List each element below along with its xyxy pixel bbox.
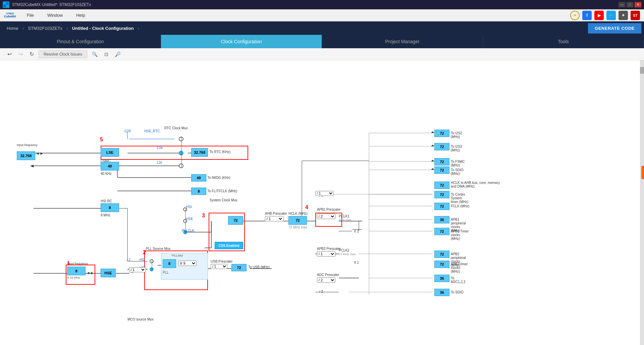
fclk-value: 72 bbox=[434, 203, 449, 210]
lse-box[interactable]: LSE bbox=[101, 148, 119, 157]
home-nav[interactable]: Home bbox=[3, 23, 22, 33]
svg-marker-28 bbox=[431, 131, 434, 133]
to-sdio-top-label: To SDIO (MHz) bbox=[451, 168, 470, 176]
scrollbar-right[interactable] bbox=[640, 60, 644, 345]
sysclk-value[interactable]: 72 bbox=[228, 216, 243, 225]
titlebar: STM32CubeMX Untitled*: STM32F103ZETx — □… bbox=[0, 0, 644, 9]
hsi-div2-label: / 2 bbox=[127, 258, 130, 262]
pclk1-label: PCLK1 bbox=[339, 214, 350, 218]
pll-source-mux-label: PLL Source Mux bbox=[146, 247, 171, 251]
apb2-timer-value: 72 bbox=[434, 261, 449, 268]
svg-point-47 bbox=[179, 137, 183, 141]
hclk-label: HCLK (MHz) bbox=[288, 212, 308, 215]
refresh-button[interactable]: ↻ bbox=[28, 50, 36, 58]
hse-box[interactable]: HSE bbox=[101, 269, 116, 277]
adc-prescaler-select[interactable]: / 2 bbox=[317, 277, 335, 283]
maximize-button[interactable]: □ bbox=[627, 2, 633, 7]
app-logo-menubar: STM32 CubeMX bbox=[4, 12, 16, 18]
apb1-timer-label: APB1 Timer clocks (MHz) bbox=[451, 229, 470, 240]
pll-value[interactable]: 8 bbox=[163, 259, 176, 268]
help-menu[interactable]: Help bbox=[73, 11, 88, 19]
close-button[interactable]: ✕ bbox=[635, 2, 641, 7]
project-nav[interactable]: Untitled - Clock Configuration bbox=[68, 23, 138, 33]
main-content: 1 2 3 4 5 RTC Clock Mux Input frequency … bbox=[0, 60, 644, 345]
hse-rtc-label: HSE_RTC bbox=[144, 129, 160, 133]
to-i2s2-label: To I2S2 (MHz) bbox=[451, 131, 470, 139]
svg-rect-2 bbox=[4, 5, 6, 7]
sdio-label: To SDIO bbox=[451, 290, 464, 294]
sdio-div2-label: / 2 bbox=[319, 290, 323, 293]
navbar: Home › STM32F103ZETx › Untitled - Clock … bbox=[0, 21, 644, 35]
hclk-value[interactable]: 72 bbox=[288, 216, 307, 225]
anniversary-icon: 10 bbox=[570, 11, 580, 20]
st-logo-icon: ST bbox=[631, 11, 640, 20]
hsirc-box[interactable]: 8 bbox=[101, 203, 119, 212]
youtube-icon[interactable]: ▶ bbox=[594, 11, 604, 20]
apb1-prescaler-select[interactable]: / 2 bbox=[317, 214, 335, 219]
zoom-in-button[interactable]: 🔍 bbox=[90, 51, 100, 58]
zoom-out-button[interactable]: 🔍 bbox=[113, 51, 123, 58]
apb2-timer-label: APB2 timer clocks (MHz) bbox=[451, 262, 470, 273]
annotation-4: 4 bbox=[305, 204, 308, 210]
window-controls[interactable]: — □ ✕ bbox=[619, 2, 641, 7]
clock-diagram[interactable]: 1 2 3 4 5 RTC Clock Mux Input frequency … bbox=[0, 60, 640, 345]
pclk2-max: 72 MHz max bbox=[339, 253, 356, 256]
to-fsmc-label: To FSMC (MHz) bbox=[451, 160, 470, 167]
lsirc-box[interactable]: 40 bbox=[101, 162, 119, 170]
chip-nav[interactable]: STM32F103ZETx bbox=[24, 23, 66, 33]
ahb-value: 72 bbox=[434, 182, 449, 189]
facebook-icon[interactable]: f bbox=[582, 11, 592, 20]
right-panel-tab[interactable] bbox=[641, 166, 644, 179]
cortex-timer-select[interactable]: / 1 bbox=[315, 191, 334, 196]
sdio-top-value: 72 bbox=[434, 166, 449, 174]
svg-rect-3 bbox=[6, 2, 8, 5]
generate-code-button[interactable]: GENERATE CODE bbox=[588, 23, 641, 33]
iwdg-value[interactable]: 40 bbox=[191, 174, 206, 182]
file-menu[interactable]: File bbox=[24, 11, 37, 19]
sdio-output-value: 36 bbox=[434, 289, 449, 296]
app-logo bbox=[3, 1, 9, 8]
hse-mux-label: HSE bbox=[186, 217, 193, 221]
rtc-clock-mux-label: RTC Clock Mux bbox=[164, 126, 188, 130]
redo-button[interactable]: ↪ bbox=[16, 50, 25, 58]
hse-input-freq-value[interactable]: 8 bbox=[67, 267, 86, 275]
twitter-icon[interactable]: 🐦 bbox=[606, 11, 616, 20]
pll-mul-select[interactable]: X 9 bbox=[178, 261, 197, 266]
pll-area: *PLLMul 8 X 9 PLL bbox=[161, 253, 208, 280]
scrollbar-thumb[interactable] bbox=[640, 67, 644, 74]
apb1-prescaler-label: APB1 Prescaler bbox=[317, 208, 341, 211]
tab-clock[interactable]: Clock Configuration bbox=[161, 35, 322, 48]
ahb-prescaler-select[interactable]: / 1 bbox=[265, 216, 283, 221]
tab-project[interactable]: Project Manager bbox=[322, 35, 483, 48]
minimize-button[interactable]: — bbox=[619, 2, 625, 7]
rtc-value[interactable]: 32.768 bbox=[191, 148, 208, 157]
hsi-pll-label: HSI bbox=[140, 258, 145, 262]
annotation-3: 3 bbox=[202, 213, 205, 219]
fit-button[interactable]: ⊡ bbox=[102, 51, 110, 58]
resolve-clock-button[interactable]: Resolve Clock Issues bbox=[39, 50, 87, 58]
toolbar: ↩ ↪ ↻ Resolve Clock Issues 🔍 ⊡ 🔍 bbox=[0, 48, 644, 60]
to-cortex-label: To Cortex System timer (MHz) bbox=[451, 193, 470, 204]
svg-point-46 bbox=[179, 151, 183, 155]
hclk-max-label: 72 MHz max bbox=[288, 225, 307, 229]
window-title: STM32CubeMX Untitled*: STM32F103ZETx bbox=[12, 2, 91, 7]
css-enabled-label[interactable]: CSS Enabled bbox=[215, 242, 243, 249]
tab-pinout[interactable]: Pinout & Configuration bbox=[0, 35, 161, 48]
usb-prescaler-select[interactable]: / 1 bbox=[211, 264, 227, 269]
adc-prescaler-label: ADC Prescaler bbox=[317, 273, 339, 277]
hsi-mux-label: HSI bbox=[186, 205, 192, 209]
cortex-value: 72 bbox=[434, 191, 449, 198]
to-usb-label: To USB (MHz) bbox=[248, 265, 270, 269]
apb2-prescaler-select[interactable]: / 1 bbox=[317, 251, 335, 257]
fclk-label: FCLK (MHz) bbox=[451, 204, 470, 208]
flitfclk-value[interactable]: 8 bbox=[191, 188, 206, 195]
undo-button[interactable]: ↩ bbox=[5, 50, 14, 58]
network-icon[interactable]: ✦ bbox=[619, 11, 628, 20]
div1-select[interactable]: / 1 bbox=[129, 267, 146, 272]
lse-input-freq-value[interactable]: 32.768 bbox=[17, 151, 35, 160]
input-freq-hse-area: Input frequency 8 4-16 MHz bbox=[67, 262, 88, 279]
to-i2s3-label: To I2S3 (MHz) bbox=[451, 145, 470, 152]
tab-tools[interactable]: Tools bbox=[483, 35, 644, 48]
hsirc-label: HSI RC bbox=[101, 199, 112, 203]
window-menu[interactable]: Window bbox=[45, 11, 65, 19]
